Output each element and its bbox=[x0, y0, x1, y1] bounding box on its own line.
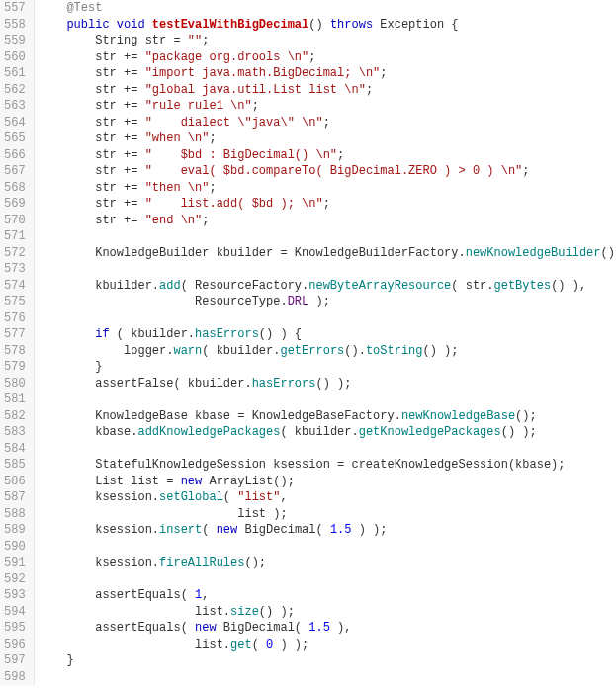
token-plain: KnowledgeBuilder kbuilder = KnowledgeBui… bbox=[39, 246, 466, 260]
token-string: "when \n" bbox=[145, 131, 210, 145]
token-string: "list" bbox=[237, 490, 280, 504]
code-line[interactable] bbox=[39, 310, 616, 327]
code-line[interactable]: KnowledgeBase kbase = KnowledgeBaseFacto… bbox=[39, 408, 616, 425]
code-line[interactable] bbox=[39, 539, 616, 556]
code-line[interactable] bbox=[39, 261, 616, 278]
code-line[interactable]: list ); bbox=[39, 506, 616, 523]
token-keyword: new bbox=[217, 523, 238, 537]
code-line[interactable]: kbase.addKnowledgePackages( kbuilder.get… bbox=[39, 424, 616, 441]
code-line[interactable]: list.size() ); bbox=[39, 604, 616, 621]
token-plain: ; bbox=[308, 50, 315, 64]
token-plain: list. bbox=[39, 638, 230, 652]
code-line[interactable]: str += " dialect \"java\" \n"; bbox=[39, 115, 616, 131]
token-method-call: getErrors bbox=[280, 344, 344, 358]
token-plain: str += bbox=[39, 214, 145, 227]
code-line[interactable]: str += " $bd : BigDecimal() \n"; bbox=[39, 147, 616, 164]
line-number: 561 bbox=[4, 65, 26, 82]
code-line[interactable]: String str = ""; bbox=[39, 33, 616, 49]
line-number: 581 bbox=[4, 392, 26, 408]
code-line[interactable]: public void testEvalWithBigDecimal() thr… bbox=[39, 17, 616, 34]
line-number: 588 bbox=[4, 506, 26, 523]
token-plain: ), bbox=[330, 621, 352, 635]
token-plain: ; bbox=[209, 131, 216, 145]
token-plain: (); bbox=[515, 409, 537, 423]
line-number: 559 bbox=[4, 33, 26, 49]
code-line[interactable]: List list = new ArrayList(); bbox=[39, 474, 616, 490]
token-plain: ksession. bbox=[39, 523, 159, 537]
code-line[interactable]: ksession.setGlobal( "list", bbox=[39, 489, 616, 506]
line-number: 592 bbox=[4, 571, 26, 588]
code-line[interactable] bbox=[39, 441, 616, 458]
code-line[interactable]: logger.warn( kbuilder.getErrors().toStri… bbox=[39, 343, 616, 360]
code-line[interactable] bbox=[39, 228, 616, 245]
token-string: " list.add( $bd ); \n" bbox=[145, 197, 323, 211]
code-line[interactable]: if ( kbuilder.hasErrors() ) { bbox=[39, 326, 616, 343]
token-plain: String str = bbox=[39, 34, 188, 47]
line-number: 567 bbox=[4, 163, 26, 180]
line-number: 571 bbox=[4, 228, 26, 245]
line-number: 569 bbox=[4, 196, 26, 213]
line-number: 560 bbox=[4, 49, 26, 66]
token-plain: ; bbox=[323, 197, 330, 211]
token-plain: ; bbox=[522, 164, 529, 178]
code-line[interactable]: assertFalse( kbuilder.hasErrors() ); bbox=[39, 376, 616, 393]
code-line[interactable]: ksession.fireAllRules(); bbox=[39, 555, 616, 571]
line-number: 586 bbox=[4, 474, 26, 490]
code-line[interactable]: list.get( 0 ) ); bbox=[39, 637, 616, 654]
code-line[interactable]: ResourceType.DRL ); bbox=[39, 294, 616, 310]
code-line[interactable]: } bbox=[39, 653, 616, 669]
code-line[interactable]: assertEquals( 1, bbox=[39, 587, 616, 604]
code-line[interactable]: str += "when \n"; bbox=[39, 131, 616, 147]
token-plain: } bbox=[39, 360, 103, 374]
code-line[interactable] bbox=[39, 669, 616, 686]
token-plain: str += bbox=[39, 164, 145, 178]
token-plain: list. bbox=[39, 605, 230, 619]
token-plain: ( kbuilder. bbox=[110, 327, 195, 341]
code-line[interactable]: str += "end \n"; bbox=[39, 213, 616, 229]
code-line[interactable]: str += "rule rule1 \n"; bbox=[39, 98, 616, 115]
token-plain: () bbox=[308, 18, 330, 32]
token-plain: ( bbox=[202, 523, 216, 537]
line-number: 583 bbox=[4, 424, 26, 441]
token-plain: ) ); bbox=[352, 523, 388, 537]
token-plain: Exception { bbox=[380, 18, 458, 32]
token-keyword: if bbox=[95, 327, 109, 341]
code-line[interactable]: @Test bbox=[39, 0, 616, 17]
code-line[interactable]: } bbox=[39, 359, 616, 376]
code-line[interactable] bbox=[39, 392, 616, 408]
code-line[interactable]: str += "import java.math.BigDecimal; \n"… bbox=[39, 65, 616, 82]
code-line[interactable]: str += "package org.drools \n"; bbox=[39, 49, 616, 66]
token-method-call: newKnowledgeBuilder bbox=[466, 246, 601, 260]
token-string: "global java.util.List list \n" bbox=[145, 83, 366, 97]
token-method-call: warn bbox=[173, 344, 202, 358]
code-line[interactable]: assertEquals( new BigDecimal( 1.5 ), bbox=[39, 620, 616, 637]
line-number: 597 bbox=[4, 653, 26, 669]
code-line[interactable]: ksession.insert( new BigDecimal( 1.5 ) )… bbox=[39, 522, 616, 539]
code-line[interactable]: KnowledgeBuilder kbuilder = KnowledgeBui… bbox=[39, 245, 616, 262]
token-constant: DRL bbox=[288, 295, 309, 308]
token-plain: (); bbox=[244, 556, 266, 569]
token-plain: ; bbox=[202, 34, 209, 47]
token-plain: () ); bbox=[315, 377, 351, 391]
code-editor-content[interactable]: @Test public void testEvalWithBigDecimal… bbox=[35, 0, 616, 685]
token-plain: assertEquals( bbox=[39, 588, 195, 602]
code-line[interactable]: str += " eval( $bd.compareTo( BigDecimal… bbox=[39, 163, 616, 180]
token-plain bbox=[39, 18, 67, 32]
token-plain: (). bbox=[344, 344, 366, 358]
token-plain: () ), bbox=[551, 279, 586, 293]
code-line[interactable]: str += "then \n"; bbox=[39, 180, 616, 197]
code-line[interactable]: StatefulKnowledgeSession ksession = crea… bbox=[39, 457, 616, 474]
line-number: 572 bbox=[4, 245, 26, 262]
token-string: "rule rule1 \n" bbox=[145, 99, 252, 113]
line-number: 570 bbox=[4, 213, 26, 229]
code-line[interactable]: kbuilder.add( ResourceFactory.newByteArr… bbox=[39, 278, 616, 295]
line-number: 596 bbox=[4, 637, 26, 654]
token-plain: KnowledgeBase kbase = KnowledgeBaseFacto… bbox=[39, 409, 401, 423]
token-plain: BigDecimal( bbox=[217, 621, 309, 635]
code-line[interactable] bbox=[39, 571, 616, 588]
token-method-call: newByteArrayResource bbox=[308, 279, 451, 293]
code-line[interactable]: str += "global java.util.List list \n"; bbox=[39, 82, 616, 99]
token-plain: ); bbox=[308, 295, 330, 308]
code-line[interactable]: str += " list.add( $bd ); \n"; bbox=[39, 196, 616, 213]
line-number: 557 bbox=[4, 0, 26, 17]
